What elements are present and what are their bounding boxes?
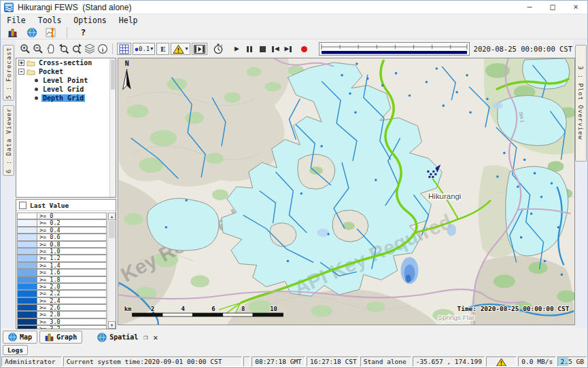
legend-swatch xyxy=(17,241,37,248)
legend-row[interactable]: >= 3.2 xyxy=(17,325,107,329)
map-viewport[interactable]: API Key Required API Key Required xyxy=(118,58,575,325)
close-button[interactable]: × xyxy=(564,1,587,14)
legend-scrollbar[interactable]: ▲ ▼ xyxy=(107,213,116,329)
float-panel-icon[interactable]: ❐ xyxy=(143,333,148,341)
legend-header: Last Value xyxy=(16,200,116,211)
legend-swatch xyxy=(17,255,37,261)
map-display-icon[interactable] xyxy=(25,26,38,39)
last-value-checkbox[interactable] xyxy=(19,202,27,209)
legend-row[interactable]: >= 0.8 xyxy=(17,241,107,248)
first-step-button[interactable]: ▶ xyxy=(269,43,282,55)
pause-button[interactable] xyxy=(243,43,256,55)
legend-row[interactable]: >= 1.2 xyxy=(17,255,107,261)
labels-button[interactable]: E xyxy=(156,43,169,55)
pan-icon[interactable] xyxy=(44,43,57,55)
legend-row[interactable]: >= 1.0 xyxy=(17,248,107,255)
tree-item-cross-section[interactable]: + Cross-section xyxy=(16,58,116,67)
explorer-icon[interactable] xyxy=(6,26,19,39)
status-system-time: Current system time:2020-09-01 00:00 CST xyxy=(63,356,243,367)
chevron-down-icon: ▼ xyxy=(150,46,153,52)
legend-row[interactable]: >= 0.4 xyxy=(17,227,107,234)
info-icon[interactable]: i xyxy=(96,43,109,55)
title-bar: Hikurangi FEWS (Stand alone) – □ × xyxy=(1,1,587,14)
legend-label: >= 2.4 xyxy=(37,297,107,304)
tree-scrollbar[interactable] xyxy=(109,58,116,197)
right-tab-strip: 3 : Plot Overview xyxy=(574,40,587,328)
minimize-button[interactable]: – xyxy=(518,1,541,14)
close-panel-icon[interactable]: ✕ xyxy=(153,333,158,342)
legend-row[interactable]: >= 2.6 xyxy=(17,304,107,311)
collapse-icon[interactable]: - xyxy=(18,69,24,75)
tree-item-level-point[interactable]: Level Point xyxy=(16,76,116,85)
legend-swatch xyxy=(17,318,37,325)
menu-file[interactable]: File xyxy=(1,16,32,25)
legend-label: >= 0.4 xyxy=(37,227,107,234)
menu-tools[interactable]: Tools xyxy=(32,16,68,25)
menu-options[interactable]: Options xyxy=(67,16,112,25)
scroll-down-icon[interactable]: ▼ xyxy=(108,321,116,329)
zoom-out-icon[interactable] xyxy=(31,43,44,55)
svg-text:10: 10 xyxy=(270,306,277,312)
status-download-speed: 0.0 MB/s xyxy=(518,356,555,367)
warning-threshold-dropdown[interactable]: ▼ xyxy=(171,43,190,55)
tab-spatial[interactable]: Spatial ❐ ✕ xyxy=(92,331,162,344)
legend-swatch xyxy=(17,262,37,269)
zoom-in-icon[interactable] xyxy=(18,43,31,55)
last-step-button[interactable]: ▶ xyxy=(282,43,295,55)
tab-plot-overview[interactable]: 3 : Plot Overview xyxy=(575,45,587,162)
timeline-datetime: 2020-08-25 00:00:00 CST xyxy=(474,45,572,53)
contour-interval-dropdown[interactable]: 0.1 ▼ xyxy=(133,43,155,55)
legend-swatch xyxy=(17,227,37,234)
legend-row[interactable]: >= 2.0 xyxy=(17,283,107,290)
help-button[interactable]: ? xyxy=(77,26,90,39)
logs-bar: Logs xyxy=(3,345,28,356)
legend-row[interactable]: >= 2.8 xyxy=(17,311,107,318)
legend-row[interactable]: >= 2.4 xyxy=(17,297,107,304)
timer-icon[interactable] xyxy=(212,43,225,55)
animation-window-button[interactable] xyxy=(192,43,207,55)
legend-row[interactable]: >= 1.6 xyxy=(17,269,107,276)
record-button[interactable] xyxy=(298,43,311,55)
grid-toggle-button[interactable] xyxy=(117,43,131,55)
status-gmt-time: 08:27:18 GMT xyxy=(252,356,305,367)
maximize-button[interactable]: □ xyxy=(541,1,564,14)
contour-value: 0.1 xyxy=(139,45,150,52)
legend-row[interactable]: >= 0 xyxy=(17,213,107,219)
legend-row[interactable]: >= 0.2 xyxy=(17,219,107,226)
legend-row[interactable]: >= 2.2 xyxy=(17,290,107,297)
status-warning-icon[interactable] xyxy=(486,356,517,367)
legend-label: >= 1.8 xyxy=(37,276,107,283)
legend-label: >= 2.2 xyxy=(37,290,107,297)
logs-button[interactable]: Logs xyxy=(3,345,28,355)
tree-item-depth-grid[interactable]: Depth Grid xyxy=(16,94,116,103)
tree-item-level-grid[interactable]: Level Grid xyxy=(16,85,116,94)
spatial-display-icon[interactable] xyxy=(44,26,57,39)
tab-forecast[interactable]: 5 : Forecast xyxy=(3,45,14,100)
layers-icon[interactable] xyxy=(83,43,96,55)
legend-row[interactable]: >= 3.0 xyxy=(17,318,107,325)
tab-graph[interactable]: Graph xyxy=(39,331,82,344)
expand-icon[interactable]: + xyxy=(18,60,24,66)
menu-bar: File Tools Options Help xyxy=(1,15,587,26)
legend-label: >= 1.0 xyxy=(37,248,107,255)
timeline-slider[interactable] xyxy=(319,42,470,56)
scroll-up-icon[interactable]: ▲ xyxy=(108,213,116,220)
legend-row[interactable]: >= 1.8 xyxy=(17,276,107,283)
timeline-progress-bar xyxy=(322,51,467,54)
status-local-time: 16:27:18 CST xyxy=(307,356,359,367)
tab-graph-label: Graph xyxy=(56,333,77,341)
play-button[interactable]: ▶ xyxy=(230,43,243,55)
stop-button[interactable] xyxy=(256,43,269,55)
tab-map[interactable]: Map xyxy=(3,331,37,344)
legend-label: >= 3.0 xyxy=(37,318,107,325)
legend-row[interactable]: >= 1.4 xyxy=(17,262,107,269)
legend-swatch xyxy=(17,325,37,329)
zoom-previous-icon[interactable] xyxy=(57,43,70,55)
menu-help[interactable]: Help xyxy=(113,16,144,25)
tab-data-viewer[interactable]: 6 : Data Viewer xyxy=(3,105,14,176)
layer-tree: + Cross-section - Pocket Level Point Lev… xyxy=(16,58,116,198)
tree-item-pocket[interactable]: - Pocket xyxy=(16,67,116,76)
legend-row[interactable]: >= 0.6 xyxy=(17,234,107,240)
zoom-next-icon[interactable] xyxy=(70,43,83,55)
tab-map-label: Map xyxy=(20,333,32,341)
